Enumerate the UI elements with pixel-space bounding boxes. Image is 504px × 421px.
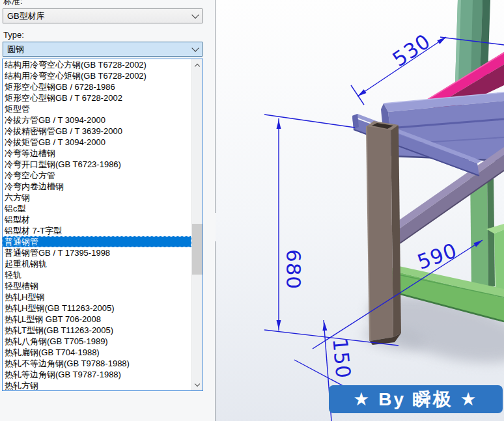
list-item[interactable]: 热轧H型钢(GB T11263-2005) [3, 303, 191, 314]
chevron-down-icon[interactable] [189, 42, 202, 56]
list-item[interactable]: 结构用冷弯空心方钢(GB T6728-2002) [3, 59, 191, 70]
graphics-viewport[interactable]: 530 680 590 150 ★ By 瞬极 ★ [216, 0, 504, 421]
list-scrollbar[interactable] [191, 59, 203, 390]
standard-label: 标准: [3, 0, 23, 7]
application-window: 标准: GB型材库 Type: 圆钢 结构用冷弯空心方钢(GB T6728-20… [0, 0, 504, 421]
list-item[interactable]: 冷弯空心方管 [3, 170, 191, 181]
list-item[interactable]: 矩形空心型钢GB / T 6728-2002 [3, 92, 191, 103]
chevron-down-icon[interactable] [189, 9, 202, 23]
profile-list-items: 结构用冷弯空心方钢(GB T6728-2002)结构用冷弯空心矩钢(GB T67… [3, 59, 191, 390]
list-item[interactable]: 轻型槽钢 [3, 280, 191, 292]
list-item[interactable]: 矩形空心型钢GB / 6728-1986 [3, 81, 191, 92]
list-item[interactable]: 热轧八角钢(GB T705-1989) [3, 336, 191, 347]
list-item[interactable]: 铝c型 [3, 203, 191, 214]
list-item[interactable]: 冷拔矩管GB / T 3094-2000 [3, 137, 191, 148]
list-item[interactable]: 轻轨 [3, 269, 191, 280]
scroll-down-button[interactable] [192, 379, 203, 390]
list-item[interactable]: 热轧H型钢 [3, 292, 191, 303]
list-item[interactable]: 铝型材 [3, 214, 191, 225]
profile-type-listbox[interactable]: 结构用冷弯空心方钢(GB T6728-2002)结构用冷弯空心矩钢(GB T67… [2, 59, 203, 391]
list-item[interactable]: 冷弯内卷边槽钢 [3, 181, 191, 192]
list-item[interactable]: 热轧L型钢 GBT 706-2008 [3, 314, 191, 325]
list-item[interactable]: 热轧T型钢(GB T11263-2005) [3, 325, 191, 336]
list-item[interactable]: 普通钢管 [3, 236, 191, 247]
standard-combobox[interactable]: GB型材库 [3, 8, 203, 23]
list-item[interactable]: 冷拔方管GB / T 3094-2000 [3, 115, 191, 126]
watermark-badge: ★ By 瞬极 ★ [329, 385, 503, 413]
scrollbar-thumb[interactable] [192, 224, 203, 275]
list-item[interactable]: 铝型材 7-T字型 [3, 225, 191, 236]
list-item[interactable]: 六方钢 [3, 192, 191, 203]
standard-combobox-value: GB型材库 [3, 10, 189, 22]
type-label: Type: [3, 30, 24, 40]
list-item[interactable]: 热轧方钢 [3, 380, 191, 390]
weldment-3d-model: 530 680 590 150 [216, 0, 504, 421]
list-item[interactable]: 热轧等边角钢(GB T9787-1988) [3, 369, 191, 380]
dimension-150: 150 [328, 338, 355, 380]
dimension-680: 680 [282, 249, 305, 290]
scroll-up-button[interactable] [192, 59, 203, 70]
list-item[interactable]: 冷弯等边槽钢 [3, 148, 191, 159]
dimension-530: 530 [388, 29, 435, 72]
type-combobox[interactable]: 圆钢 [3, 42, 203, 57]
list-item[interactable]: 冷拔精密钢管GB / T 3639-2000 [3, 126, 191, 137]
list-item[interactable]: 矩型管 [3, 103, 191, 115]
list-item[interactable]: 热轧扁钢(GB T704-1988) [3, 347, 191, 358]
list-item[interactable]: 冷弯开口型钢(GB T6723-1986) [3, 159, 191, 170]
list-item[interactable]: 起重机钢轨 [3, 258, 191, 269]
weldment-profile-panel: 标准: GB型材库 Type: 圆钢 结构用冷弯空心方钢(GB T6728-20… [0, 0, 215, 421]
list-item[interactable]: 普通钢管GB / T 17395-1998 [3, 247, 191, 258]
list-item[interactable]: 结构用冷弯空心矩钢(GB T6728-2002) [3, 70, 191, 81]
list-item[interactable]: 热轧不等边角钢(GB T9788-1988) [3, 358, 191, 369]
type-combobox-value: 圆钢 [3, 44, 189, 55]
